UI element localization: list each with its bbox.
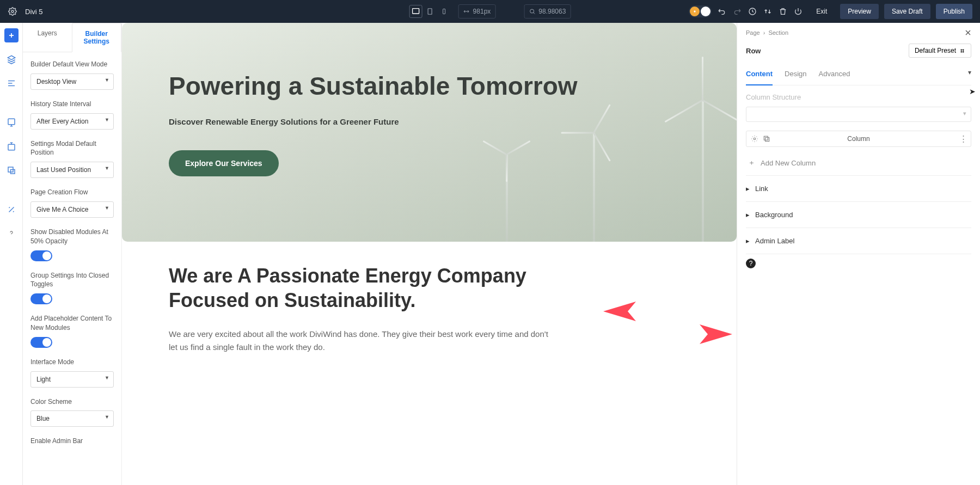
color-scheme-select[interactable]: Blue [30,410,114,427]
svg-rect-13 [764,136,768,140]
canvas-area[interactable]: Powering a Sustainable Tomorrow Discover… [122,23,737,485]
desktop-device-button[interactable] [409,5,422,18]
exit-button[interactable]: Exit [808,4,835,19]
about-title: We are A Passionate Energy Company Focus… [169,263,550,312]
column-structure-select[interactable] [746,107,971,122]
windmill-graphic [702,100,704,242]
column-item[interactable]: Column ⋮ [746,131,971,147]
view-mode-label: Builder Default View Mode [30,60,114,69]
column-structure-label: Column Structure [746,93,971,101]
accordion-background[interactable]: ▸ Background [746,201,971,228]
library-save-icon[interactable] [4,139,19,154]
column-settings-icon[interactable] [751,135,758,143]
viewport-width-value: 981px [473,8,491,15]
library-load-icon[interactable] [4,115,19,130]
cursor-pointer-icon: ➤ [969,87,976,96]
preview-button[interactable]: Preview [840,4,879,19]
zoom-input[interactable]: 98.98063 [524,4,571,19]
modal-position-select[interactable]: Last Used Position [30,162,114,178]
svg-rect-2 [428,9,432,15]
preset-button[interactable]: Default Preset [909,44,971,58]
hero-section: Powering a Sustainable Tomorrow Discover… [122,23,737,242]
accordion-admin-label[interactable]: ▸ Admin Label [746,228,971,254]
group-toggles-toggle[interactable] [30,293,52,304]
group-toggles-label: Group Settings Into Closed Toggles [30,271,114,290]
viewport-width-input[interactable]: 981px [458,4,496,19]
accordion-link[interactable]: ▸ Link [746,175,971,201]
layers-icon[interactable] [4,52,19,66]
import-export-icon[interactable] [763,7,773,16]
color-scheme-label: Color Scheme [30,397,114,407]
wireframe-icon[interactable] [4,76,19,90]
add-column-button[interactable]: ＋ Add New Column [746,155,971,175]
windmill-graphic [506,155,508,242]
save-draft-button[interactable]: Save Draft [884,4,930,19]
interface-mode-label: Interface Mode [30,358,114,367]
tools-icon[interactable] [4,202,19,217]
view-mode-select[interactable]: Desktop View [30,73,114,90]
breadcrumb-section[interactable]: Section [768,29,788,36]
hero-title: Powering a Sustainable Tomorrow [169,72,690,101]
help-icon[interactable] [4,226,19,241]
plus-icon: ＋ [748,158,755,168]
help-badge[interactable]: ? [746,259,756,268]
disabled-modules-label: Show Disabled Modules At 50% Opacity [30,228,114,246]
expand-icon[interactable]: ▾ [968,69,971,76]
history-icon[interactable] [748,7,757,16]
power-icon[interactable] [793,7,803,16]
breadcrumb-page[interactable]: Page [746,29,760,36]
gear-icon[interactable] [8,7,17,16]
history-panel-icon[interactable] [4,163,19,177]
app-title: Divi 5 [25,8,43,16]
toggle-knob [701,7,710,16]
left-panel-body[interactable]: Builder Default View Mode Desktop View H… [23,52,121,463]
tab-builder-settings[interactable]: Builder Settings [72,23,122,52]
add-column-label: Add New Column [761,159,816,167]
add-module-button[interactable] [4,28,19,42]
tab-advanced[interactable]: Advanced [819,65,850,85]
svg-rect-3 [443,9,445,14]
left-settings-panel: Layers Builder Settings Builder Default … [23,23,122,485]
publish-button[interactable]: Publish [936,4,972,19]
modal-position-label: Settings Modal Default Position [30,139,114,158]
tab-content[interactable]: Content [746,65,773,85]
chevron-right-icon: ▸ [746,211,750,219]
trash-icon[interactable] [778,7,788,16]
svg-point-0 [11,10,14,13]
phone-device-button[interactable] [438,5,451,18]
admin-bar-label: Enable Admin Bar [30,437,114,446]
disabled-modules-toggle[interactable] [30,250,52,261]
close-icon[interactable] [964,28,972,37]
svg-rect-1 [413,9,419,14]
redo-icon[interactable] [732,7,742,16]
right-panel-tabs: Content Design Advanced ▾ [746,65,971,85]
interface-mode-select[interactable]: Light [30,371,114,388]
chevron-right-icon: ▸ [746,185,750,193]
windmill-graphic [593,133,595,242]
topbar-center: 981px 98.98063 [409,4,571,19]
page-creation-label: Page Creation Flow [30,188,114,197]
svg-point-4 [530,9,534,13]
device-switcher [409,5,451,18]
tab-layers[interactable]: Layers [23,23,72,52]
top-toolbar: Divi 5 981px 98.98063 Exit Preview Sav [0,0,980,23]
explore-services-button[interactable]: Explore Our Services [169,150,279,176]
svg-rect-8 [8,144,15,150]
more-icon[interactable]: ⋮ [959,134,967,144]
svg-point-5 [694,10,696,12]
about-body: We are very excited about all the work D… [169,328,550,354]
topbar-right: Exit Preview Save Draft Publish [689,4,972,19]
annotation-arrow-left [603,296,679,327]
breadcrumb: Page › Section [746,29,971,36]
history-interval-select[interactable]: After Every Action [30,113,114,130]
zoom-value: 98.98063 [538,8,566,15]
svg-point-11 [754,138,756,140]
column-duplicate-icon[interactable] [763,135,770,143]
page-creation-select[interactable]: Give Me A Choice [30,201,114,218]
tablet-device-button[interactable] [424,5,437,18]
undo-icon[interactable] [717,7,727,16]
left-icon-rail [0,23,23,485]
placeholder-content-toggle[interactable] [30,337,52,348]
theme-toggle[interactable] [689,5,712,17]
tab-design[interactable]: Design [785,65,806,85]
